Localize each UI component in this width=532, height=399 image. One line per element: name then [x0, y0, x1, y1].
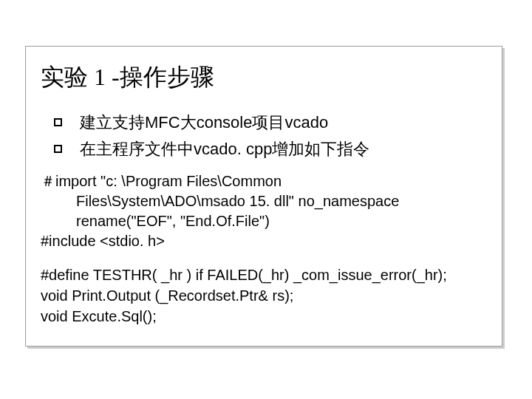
- square-bullet-icon: [54, 118, 62, 126]
- bullet-text: 建立支持MFC大console项目vcado: [80, 112, 328, 134]
- code-line: rename("EOF", "End.Of.File"): [41, 211, 487, 231]
- content-box: 实验 1 -操作步骤 建立支持MFC大console项目vcado 在主程序文件…: [25, 46, 502, 347]
- slide-title: 实验 1 -操作步骤: [41, 61, 487, 94]
- list-item: 在主程序文件中vcado. cpp增加如下指令: [54, 138, 487, 160]
- code-line: void Excute.Sql();: [41, 306, 487, 327]
- slide: 实验 1 -操作步骤 建立支持MFC大console项目vcado 在主程序文件…: [0, 0, 532, 399]
- code-line: ＃import "c: \Program Files\Common: [41, 173, 282, 189]
- code-line: #define TESTHR( _hr ) if FAILED(_hr) _co…: [41, 265, 487, 285]
- code-line: #include <stdio. h>: [41, 233, 165, 249]
- bullet-list: 建立支持MFC大console项目vcado 在主程序文件中vcado. cpp…: [41, 112, 487, 160]
- square-bullet-icon: [54, 145, 62, 153]
- code-line: Files\System\ADO\msado 15. dll" no_names…: [41, 191, 487, 211]
- code-block-decls: #define TESTHR( _hr ) if FAILED(_hr) _co…: [41, 265, 487, 327]
- code-block-import: ＃import "c: \Program Files\Common Files\…: [41, 171, 487, 251]
- code-line: void Print.Output (_Recordset.Ptr& rs);: [41, 285, 487, 306]
- bullet-text: 在主程序文件中vcado. cpp增加如下指令: [80, 138, 369, 160]
- list-item: 建立支持MFC大console项目vcado: [54, 112, 487, 134]
